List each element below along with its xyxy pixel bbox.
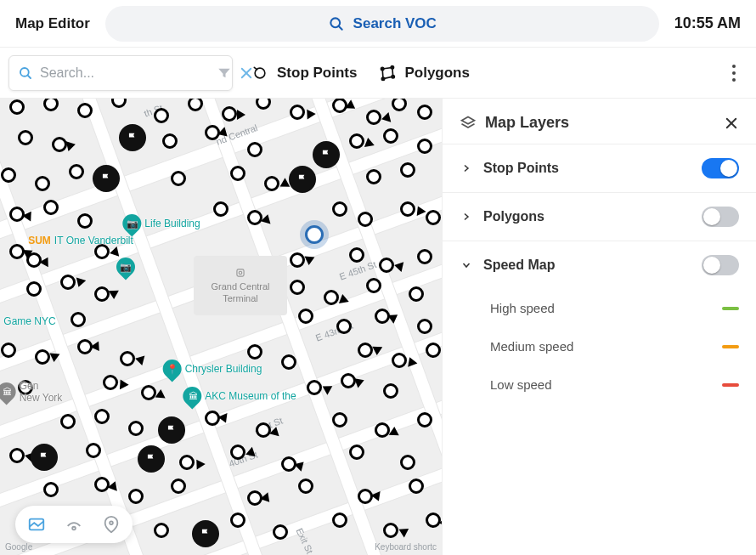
stop-point-marker[interactable] — [52, 137, 67, 152]
map-search-input[interactable] — [40, 65, 210, 81]
stop-point-marker[interactable] — [426, 210, 441, 225]
stop-point-marker[interactable] — [341, 373, 356, 388]
stop-point-marker[interactable] — [247, 344, 262, 360]
poi-marker[interactable]: 🏛AKC Museum of the — [183, 387, 296, 405]
stop-point-marker[interactable] — [43, 200, 59, 215]
stop-points-toggle[interactable] — [702, 158, 739, 178]
stop-point-marker[interactable] — [230, 445, 245, 460]
stop-point-marker[interactable] — [417, 139, 432, 154]
stop-point-marker[interactable] — [273, 524, 288, 540]
flag-marker[interactable] — [31, 444, 58, 471]
stop-point-marker[interactable] — [409, 286, 424, 302]
stop-point-marker[interactable] — [426, 343, 441, 358]
stop-point-marker[interactable] — [60, 414, 76, 429]
stop-point-marker[interactable] — [247, 142, 262, 157]
stop-point-marker[interactable] — [349, 133, 364, 149]
stop-point-marker[interactable] — [426, 513, 441, 528]
stop-point-marker[interactable] — [417, 249, 432, 264]
stop-point-marker[interactable] — [35, 349, 50, 365]
stop-point-marker[interactable] — [9, 448, 25, 463]
poi-marker[interactable]: 📍Chrysler Building — [163, 360, 262, 378]
stop-point-marker[interactable] — [128, 421, 144, 436]
stop-point-marker[interactable] — [77, 213, 93, 229]
stop-point-marker[interactable] — [171, 171, 186, 186]
stop-point-marker[interactable] — [298, 479, 313, 494]
stop-point-marker[interactable] — [128, 489, 144, 504]
flag-marker[interactable] — [93, 165, 120, 192]
stop-point-marker[interactable] — [86, 443, 101, 458]
stop-point-marker[interactable] — [290, 280, 305, 295]
stop-point-marker[interactable] — [358, 343, 373, 358]
stop-point-marker[interactable] — [35, 176, 50, 191]
stop-point-marker[interactable] — [120, 351, 135, 366]
stop-point-marker[interactable] — [264, 176, 279, 191]
global-search[interactable]: Search VOC — [105, 6, 659, 42]
stop-point-marker[interactable] — [417, 105, 432, 120]
stop-point-marker[interactable] — [290, 252, 305, 268]
close-panel-button[interactable] — [724, 116, 739, 131]
stop-point-marker[interactable] — [18, 130, 33, 145]
flag-marker[interactable] — [289, 166, 316, 193]
stop-point-marker[interactable] — [307, 380, 322, 395]
stop-point-marker[interactable] — [154, 108, 169, 123]
stop-point-marker[interactable] — [358, 212, 373, 227]
stop-point-marker[interactable] — [77, 103, 93, 118]
map-mode-location-button[interactable] — [102, 515, 121, 534]
chevron-down-icon[interactable] — [460, 260, 473, 270]
flag-marker[interactable] — [138, 445, 165, 473]
poi-marker[interactable]: SUMIT One Vanderbilt — [28, 235, 133, 246]
poi-marker[interactable]: 🏛GenNew York — [0, 380, 62, 404]
stop-point-marker[interactable] — [154, 523, 169, 538]
poi-marker[interactable]: 📷 — [116, 258, 135, 276]
stop-point-marker[interactable] — [60, 275, 76, 290]
stop-point-marker[interactable] — [1, 343, 16, 358]
filter-button[interactable] — [217, 65, 232, 81]
stop-point-marker[interactable] — [366, 110, 381, 125]
stop-point-marker[interactable] — [94, 286, 110, 302]
stop-point-marker[interactable] — [375, 422, 390, 438]
flag-marker[interactable] — [158, 416, 185, 444]
stop-point-marker[interactable] — [71, 312, 86, 327]
stop-point-marker[interactable] — [332, 513, 347, 528]
polygons-toggle[interactable] — [702, 207, 739, 227]
stop-point-marker[interactable] — [9, 244, 25, 259]
stop-point-marker[interactable] — [9, 99, 25, 115]
map-mode-satellite-button[interactable] — [65, 515, 83, 534]
stop-point-marker[interactable] — [383, 383, 398, 399]
stop-point-marker[interactable] — [162, 133, 178, 149]
stop-point-marker[interactable] — [69, 164, 84, 179]
poi-marker[interactable]: Game NYC — [3, 315, 55, 327]
map-mode-map-button[interactable] — [27, 515, 46, 534]
stop-point-marker[interactable] — [222, 106, 237, 122]
stop-point-marker[interactable] — [417, 412, 432, 428]
polygons-tool[interactable]: Polygons — [375, 59, 473, 87]
stop-point-marker[interactable] — [230, 513, 245, 528]
stop-point-marker[interactable] — [281, 354, 296, 370]
stop-point-marker[interactable] — [94, 477, 110, 492]
stop-point-marker[interactable] — [400, 162, 415, 178]
speed-map-toggle[interactable] — [702, 255, 739, 275]
stop-point-marker[interactable] — [141, 385, 156, 400]
stop-points-tool[interactable]: Stop Points — [248, 59, 360, 87]
stop-point-marker[interactable] — [213, 201, 228, 217]
stop-point-marker[interactable] — [383, 128, 398, 144]
stop-point-marker[interactable] — [332, 412, 347, 428]
stop-point-marker[interactable] — [247, 210, 262, 225]
more-menu-button[interactable] — [724, 58, 744, 88]
selected-marker[interactable] — [305, 225, 324, 244]
stop-point-marker[interactable] — [1, 167, 16, 183]
chevron-right-icon[interactable] — [460, 163, 473, 173]
stop-point-marker[interactable] — [383, 523, 398, 538]
stop-point-marker[interactable] — [26, 281, 42, 297]
stop-point-marker[interactable] — [94, 409, 110, 424]
stop-point-marker[interactable] — [349, 445, 364, 460]
stop-point-marker[interactable] — [417, 319, 432, 334]
map-canvas[interactable]: Grand Central Terminal th Stnd CentralE … — [0, 99, 442, 555]
stop-point-marker[interactable] — [349, 247, 364, 263]
stop-point-marker[interactable] — [324, 290, 339, 305]
stop-point-marker[interactable] — [43, 482, 59, 497]
flag-marker[interactable] — [119, 124, 146, 151]
poi-marker[interactable]: 📷Life Building — [122, 214, 200, 233]
flag-marker[interactable] — [313, 141, 340, 168]
stop-point-marker[interactable] — [298, 309, 313, 324]
